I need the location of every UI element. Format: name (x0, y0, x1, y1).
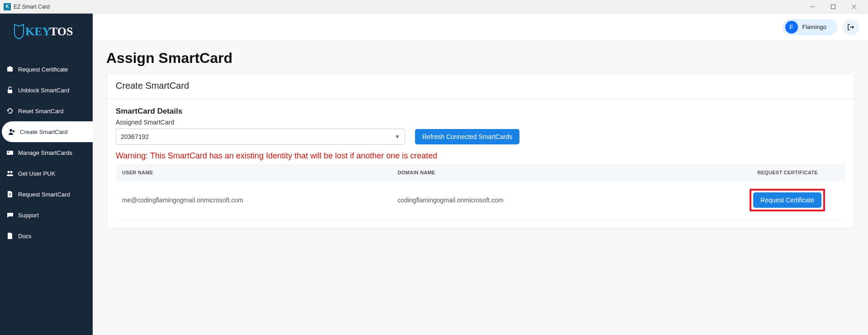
svg-rect-13 (8, 152, 9, 153)
sidebar-item-request-certificate[interactable]: Request Certificate (0, 59, 93, 80)
assigned-smartcard-label: Assigned SmartCard (116, 119, 845, 126)
sidebar-item-docs[interactable]: Docs (0, 225, 93, 246)
highlight-annotation: Request Certificate (750, 189, 825, 211)
col-user-name: USER NAME (116, 164, 391, 181)
svg-text:TOS: TOS (50, 25, 73, 38)
sidebar-item-reset-smartcard[interactable]: Reset SmartCard (0, 100, 93, 121)
app-icon: K (4, 3, 11, 10)
users-icon (6, 170, 14, 177)
reset-icon (6, 107, 14, 115)
svg-rect-1 (831, 5, 835, 9)
request-certificate-button[interactable]: Request Certificate (753, 192, 821, 208)
avatar: F (785, 21, 798, 34)
warning-text: Warning: This SmartCard has an existing … (116, 151, 845, 161)
topbar: F Flamingo (93, 14, 868, 41)
cell-user-name: me@codingflamingogmail.onmicrosoft.com (116, 181, 391, 220)
chevron-down-icon: ▼ (395, 134, 400, 140)
sidebar-item-label: Create SmartCard (20, 129, 67, 135)
brand-logo: KEY TOS (0, 22, 93, 41)
refresh-smartcards-button[interactable]: Refresh Connected SmartCards (415, 129, 519, 144)
svg-point-9 (9, 129, 12, 132)
user-menu[interactable]: F Flamingo (783, 19, 837, 35)
minimize-button[interactable] (802, 0, 823, 14)
sidebar-item-get-user-puk[interactable]: Get User PUK (0, 163, 93, 184)
sidebar-item-request-smartcard[interactable]: Request SmartCard (0, 184, 93, 205)
sidebar-item-label: Request Certificate (18, 66, 68, 73)
page-title: Assign SmartCard (106, 50, 854, 67)
badge-icon (6, 66, 14, 73)
file-icon (6, 232, 14, 239)
svg-rect-8 (8, 90, 12, 93)
svg-point-14 (8, 171, 10, 173)
sidebar-item-create-smartcard[interactable]: Create SmartCard (2, 121, 93, 142)
user-plus-icon (8, 128, 15, 135)
sidebar-item-support[interactable]: Support (0, 205, 93, 225)
sidebar-item-unblock-smartcard[interactable]: Unblock SmartCard (0, 80, 93, 100)
svg-rect-12 (7, 151, 13, 155)
unlock-icon (6, 86, 14, 94)
user-name: Flamingo (802, 24, 826, 30)
select-value: 20367192 (121, 133, 149, 140)
svg-text:KEY: KEY (25, 25, 51, 38)
sidebar-item-label: Unblock SmartCard (18, 87, 69, 94)
sidebar: KEY TOS Request Certificate Unblock Smar… (0, 14, 93, 335)
svg-rect-7 (9, 66, 11, 67)
assigned-smartcard-select[interactable]: 20367192 ▼ (116, 129, 405, 145)
close-button[interactable] (844, 0, 864, 14)
col-domain-name: DOMAIN NAME (391, 164, 635, 181)
svg-point-15 (10, 171, 13, 173)
section-title: SmartCard Details (116, 107, 845, 116)
create-smartcard-panel: Create SmartCard SmartCard Details Assig… (106, 73, 854, 229)
sidebar-item-label: Docs (18, 233, 32, 239)
chat-icon (6, 211, 14, 219)
sidebar-item-label: Get User PUK (18, 170, 55, 177)
document-icon (6, 191, 14, 198)
main-content: F Flamingo Assign SmartCard Create Smart… (93, 14, 868, 335)
sidebar-item-label: Support (18, 212, 39, 219)
svg-rect-6 (7, 67, 13, 72)
card-icon (6, 149, 14, 156)
table-row: me@codingflamingogmail.onmicrosoft.com c… (116, 181, 845, 220)
cell-domain-name: codingflamingogmail.onmicrosoft.com (391, 181, 635, 220)
window-titlebar: K EZ Smart Card (0, 0, 868, 14)
maximize-button[interactable] (823, 0, 844, 14)
logout-button[interactable] (843, 19, 859, 35)
sidebar-item-label: Request SmartCard (18, 191, 70, 198)
sidebar-item-manage-smartcards[interactable]: Manage SmartCards (0, 142, 93, 163)
window-title: EZ Smart Card (14, 4, 802, 10)
identities-table: USER NAME DOMAIN NAME REQUEST CERTIFICAT… (116, 164, 845, 220)
sidebar-item-label: Reset SmartCard (18, 108, 63, 115)
panel-header: Create SmartCard (107, 73, 854, 99)
sidebar-item-label: Manage SmartCards (18, 149, 72, 156)
col-request-cert: REQUEST CERTIFICATE (635, 164, 845, 181)
